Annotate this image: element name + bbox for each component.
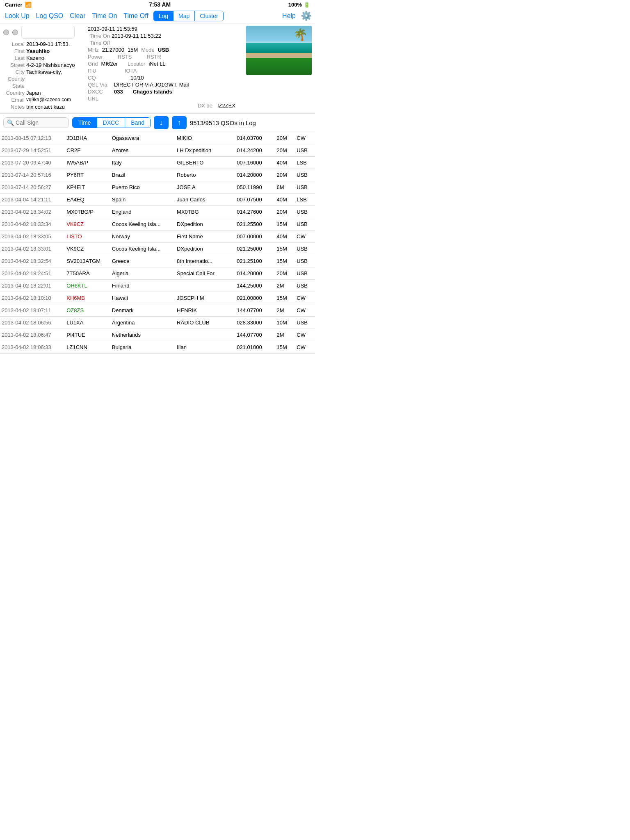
cell-time: 2013-04-02 18:33:01 (0, 243, 65, 255)
cell-call: OZ8ZS (65, 304, 110, 317)
city-value: Tachikawa-city, (26, 69, 62, 75)
help-button[interactable]: Help (281, 11, 297, 21)
cell-name (175, 329, 235, 341)
street-label: Street (3, 62, 25, 68)
sort-dxcc-button[interactable]: DXCC (97, 118, 125, 128)
qsl-row: QSL Via DIRECT OR VIA JO1GWT, Mail (88, 82, 244, 88)
cell-call: LZ1CNN (65, 341, 110, 354)
cell-time: 2013-07-14 20:56:27 (0, 181, 65, 194)
cell-freq: 021.25500 (235, 218, 275, 231)
table-row[interactable]: 2013-04-02 18:06:33 LZ1CNN Bulgaria Ilia… (0, 341, 315, 354)
cell-call: PI4TUE (65, 329, 110, 341)
cell-band: 2M (275, 329, 295, 341)
clear-button[interactable]: Clear (68, 11, 87, 21)
table-row[interactable]: 2013-04-02 18:06:56 LU1XA Argentina RADI… (0, 317, 315, 329)
power-label: Power (88, 54, 103, 60)
cell-band: 20M (275, 144, 295, 157)
email-label: Email (3, 97, 25, 103)
itu-row: ITU IOTA (88, 68, 244, 74)
cell-time: 2013-07-29 14:52:51 (0, 144, 65, 157)
mhz-value: 21.27000 (102, 47, 124, 53)
sort-group: Time DXCC Band (72, 117, 151, 128)
cell-dxcc: Brazil (110, 169, 175, 181)
table-row[interactable]: 2013-04-02 18:33:01 VK9CZ Cocos Keeling … (0, 243, 315, 255)
cell-band: 15M (275, 341, 295, 354)
dxcc-label: DXCC (88, 89, 111, 95)
log-qso-button[interactable]: Log QSO (34, 11, 65, 21)
cell-freq: 050.11990 (235, 181, 275, 194)
table-row[interactable]: 2013-07-14 20:57:16 PY6RT Brazil Roberto… (0, 169, 315, 181)
detail-section: VQ9KA Local 2013-09-11 17:53. First Yasu… (0, 23, 315, 113)
table-row[interactable]: 2013-04-02 18:33:05 LISTO Norway First N… (0, 231, 315, 243)
freq-row: MHz 21.27000 15M Mode USB (88, 47, 244, 53)
cell-band: 15M (275, 218, 295, 231)
mode-value: USB (158, 47, 169, 53)
seg-cluster-button[interactable]: Cluster (194, 11, 223, 21)
sort-band-button[interactable]: Band (125, 118, 150, 128)
cell-dxcc: Italy (110, 157, 175, 169)
scroll-down-button[interactable]: ↓ (154, 116, 169, 129)
cell-dxcc: Netherlands (110, 329, 175, 341)
battery-icon: 🔋 (304, 2, 310, 8)
cell-call: LU1XA (65, 317, 110, 329)
county-label: County (3, 76, 25, 82)
cell-dxcc: Greece (110, 255, 175, 267)
cell-freq: 028.33000 (235, 317, 275, 329)
cell-dxcc: Hawaii (110, 292, 175, 304)
table-row[interactable]: 2013-07-14 20:56:27 KP4EIT Puerto Rico J… (0, 181, 315, 194)
last-label: Last (3, 55, 25, 61)
cell-mode: USB (295, 280, 315, 292)
callsign-input[interactable]: VQ9KA (21, 26, 75, 39)
street-value: 4-2-19 Nishisunacyo (26, 62, 75, 68)
carrier-label: Carrier (5, 2, 23, 8)
cq-val-value: 10/10 (130, 75, 144, 81)
time-off-button[interactable]: Time Off (122, 11, 150, 21)
cq-row: CQ 10/10 (88, 75, 244, 81)
cell-time: 2013-04-02 18:32:54 (0, 255, 65, 267)
table-row[interactable]: 2013-07-20 09:47:40 IW5AB/P Italy GILBER… (0, 157, 315, 169)
cell-time: 2013-04-02 18:33:05 (0, 231, 65, 243)
gear-icon[interactable]: ⚙️ (301, 11, 312, 21)
table-row[interactable]: 2013-07-29 14:52:51 CR2F Azores LH Dx'pe… (0, 144, 315, 157)
search-icon: 🔍 (7, 119, 14, 126)
cell-call: KH6MB (65, 292, 110, 304)
table-row[interactable]: 2013-04-02 18:33:34 VK9CZ Cocos Keeling … (0, 218, 315, 231)
cell-name: MIKIO (175, 132, 235, 144)
cell-dxcc: Ogasawara (110, 132, 175, 144)
call-sign-search[interactable] (16, 119, 65, 126)
cell-dxcc: Finland (110, 280, 175, 292)
dx-de-row: DX de IZ2ZEX (88, 103, 244, 109)
cell-freq: 021.00800 (235, 292, 275, 304)
timestamp-row: 2013-09-11 11:53:59 (88, 26, 244, 32)
first-row: First Yasuhiko (3, 48, 85, 54)
cell-name: DXpedition (175, 243, 235, 255)
table-row[interactable]: 2013-08-15 07:12:13 JD1BHA Ogasawara MIK… (0, 132, 315, 144)
table-row[interactable]: 2013-04-02 18:32:54 SV2013ATGM Greece 8t… (0, 255, 315, 267)
scroll-up-button[interactable]: ↑ (172, 116, 187, 129)
cell-band: 40M (275, 231, 295, 243)
lookup-button[interactable]: Look Up (3, 11, 31, 21)
cell-mode: CW (295, 304, 315, 317)
table-row[interactable]: 2013-04-04 14:21:11 EA4EQ Spain Juan Car… (0, 194, 315, 206)
iota-label: IOTA (125, 68, 137, 74)
cell-mode: CW (295, 132, 315, 144)
sort-time-button[interactable]: Time (73, 118, 97, 128)
cell-name: HENRIK (175, 304, 235, 317)
cell-dxcc: England (110, 206, 175, 218)
cell-call: 7T50ARA (65, 267, 110, 280)
local-value: 2013-09-11 17:53. (26, 41, 70, 47)
table-row[interactable]: 2013-04-02 18:22:01 OH6KTL Finland 144.2… (0, 280, 315, 292)
table-row[interactable]: 2013-04-02 18:34:02 MX0TBG/P England MX0… (0, 206, 315, 218)
email-row: Email vq9ka@kazeno.com (3, 97, 85, 103)
table-row[interactable]: 2013-04-02 18:07:11 OZ8ZS Denmark HENRIK… (0, 304, 315, 317)
search-sort-bar: 🔍 Time DXCC Band ↓ ↑ 9513/9513 QSOs in L… (0, 113, 315, 132)
notes-value: tnx contact kazu (26, 104, 65, 110)
cell-call: JD1BHA (65, 132, 110, 144)
seg-map-button[interactable]: Map (173, 11, 194, 21)
table-row[interactable]: 2013-04-02 18:10:10 KH6MB Hawaii JOSEPH … (0, 292, 315, 304)
table-row[interactable]: 2013-04-02 18:24:51 7T50ARA Algeria Spec… (0, 267, 315, 280)
table-row[interactable]: 2013-04-02 18:06:47 PI4TUE Netherlands 1… (0, 329, 315, 341)
country-value: Japan (26, 90, 41, 96)
time-on-button[interactable]: Time On (91, 11, 119, 21)
seg-log-button[interactable]: Log (154, 11, 173, 21)
